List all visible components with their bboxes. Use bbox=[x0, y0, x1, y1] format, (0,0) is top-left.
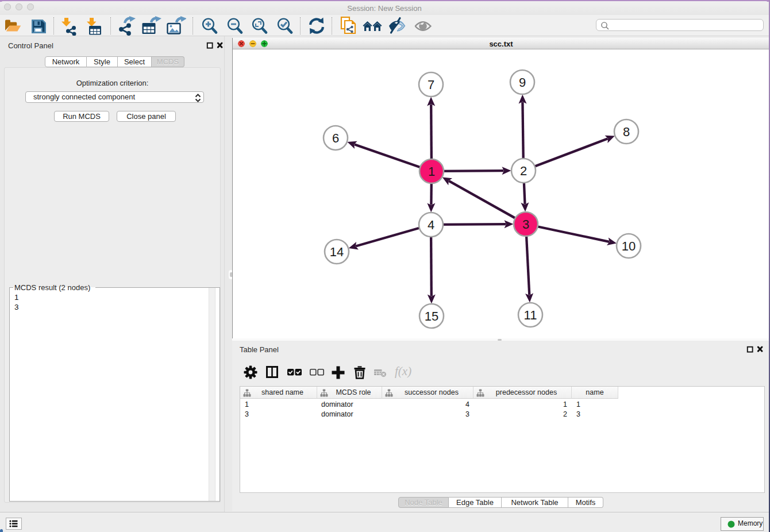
svg-text:9: 9 bbox=[519, 75, 526, 90]
svg-text:15: 15 bbox=[425, 309, 438, 323]
svg-text:11: 11 bbox=[524, 308, 537, 322]
svg-text:10: 10 bbox=[622, 239, 636, 253]
svg-text:14: 14 bbox=[330, 245, 344, 259]
svg-text:1: 1 bbox=[428, 164, 435, 179]
svg-text:8: 8 bbox=[623, 125, 630, 139]
svg-text:7: 7 bbox=[428, 78, 434, 92]
svg-text:4: 4 bbox=[428, 218, 434, 232]
svg-text:6: 6 bbox=[332, 131, 339, 145]
svg-text:2: 2 bbox=[520, 164, 527, 178]
svg-text:3: 3 bbox=[522, 217, 529, 232]
